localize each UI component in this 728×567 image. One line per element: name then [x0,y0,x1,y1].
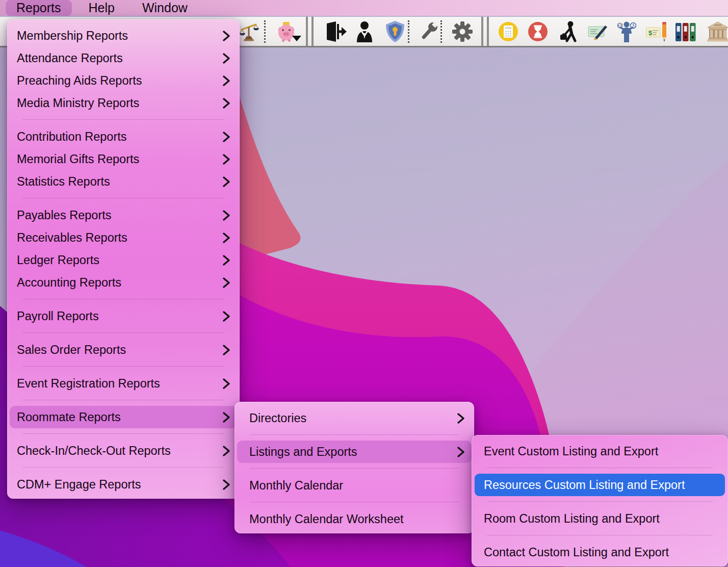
menu-item-event-custom-listing-and-export[interactable]: Event Custom Listing and Export [475,440,725,462]
menu-item-resources-custom-listing-and-export[interactable]: Resources Custom Listing and Export [475,474,725,496]
menu-item-event-registration-reports[interactable]: Event Registration Reports [10,372,237,395]
menu-separator [22,433,224,434]
toolbar-separator [440,20,442,43]
gear-icon[interactable] [452,21,473,42]
svg-text:$: $ [648,29,653,37]
menu-item-check-in-check-out-reports[interactable]: Check-In/Check-Out Reports [10,440,237,462]
chevron-right-icon [223,344,230,356]
payroll-icon[interactable]: $ [617,20,636,43]
menu-separator [250,468,459,469]
menu-item-cdm-engage-reports[interactable]: CDM+ Engage Reports [10,473,237,496]
menu-item-monthly-calendar[interactable]: Monthly Calendar [237,474,472,497]
security-shield-icon[interactable] [385,20,405,43]
check-pencil-icon[interactable]: $ [646,21,668,42]
menu-separator [22,366,224,367]
chevron-right-icon [457,413,465,424]
menu-item-membership-reports[interactable]: Membership Reports [10,24,237,47]
menu-item-accounting-reports[interactable]: Accounting Reports [10,271,237,294]
menu-item-receivables-reports[interactable]: Receivables Reports [10,226,237,249]
chevron-right-icon [223,176,230,188]
bank-icon[interactable] [707,21,728,42]
binders-icon[interactable] [675,21,696,42]
menu-separator [22,119,224,120]
menu-item-memorial-gifts-reports[interactable]: Memorial Gifts Reports [10,148,237,170]
chevron-right-icon [223,254,230,266]
menu-item-payroll-reports[interactable]: Payroll Reports [10,305,237,327]
menu-item-ledger-reports[interactable]: Ledger Reports [10,249,237,271]
menu-separator [487,468,713,468]
menu-separator [22,400,224,400]
chevron-right-icon [223,232,230,244]
menubar-item-reports[interactable]: Reports [6,0,72,16]
menu-item-contact-custom-listing-and-export[interactable]: Contact Custom Listing and Export [475,541,725,563]
menubar-item-help[interactable]: Help [78,0,125,16]
toolbar-divider [306,17,314,46]
menubar-item-window[interactable]: Window [132,0,198,16]
toolbar-separator [408,20,409,43]
toolbar-divider [481,17,489,46]
chevron-right-icon [223,131,230,143]
chevron-right-icon [223,445,230,457]
listings-and-exports-submenu: Event Custom Listing and Export Resource… [472,435,728,566]
menu-item-listings-and-exports[interactable]: Listings and Exports [237,441,472,463]
menu-item-monthly-calendar-worksheet[interactable]: Monthly Calendar Worksheet [237,508,472,530]
chevron-right-icon [223,311,230,322]
person-icon[interactable] [355,21,374,42]
menu-separator [22,467,224,468]
menu-item-media-ministry-reports[interactable]: Media Ministry Reports [10,92,237,114]
menu-separator [487,535,713,535]
exit-door-icon[interactable] [325,21,347,42]
chevron-right-icon [223,30,230,42]
menu-bar: Reports Help Window [0,0,728,16]
hourglass-icon[interactable] [528,21,548,42]
menu-separator [250,434,459,435]
scales-icon[interactable] [239,21,259,42]
chevron-right-icon [223,75,230,87]
calculator-icon[interactable] [498,21,518,42]
menu-item-attendance-reports[interactable]: Attendance Reports [10,47,237,69]
toolbar-separator [264,20,266,43]
menu-item-roommate-reports[interactable]: Roommate Reports [10,406,237,428]
menu-item-contribution-reports[interactable]: Contribution Reports [10,125,237,148]
chevron-right-icon [223,153,230,165]
chevron-right-icon [223,378,230,390]
menu-item-sales-order-reports[interactable]: Sales Order Reports [10,339,237,361]
menu-item-directories[interactable]: Directories [237,407,472,429]
menu-separator [22,332,224,333]
wrench-icon[interactable] [418,21,439,42]
menu-item-statistics-reports[interactable]: Statistics Reports [10,170,237,193]
reports-menu: Membership Reports Attendance Reports Pr… [7,19,240,499]
roommate-reports-submenu: Directories Listings and Exports Monthly… [235,402,474,533]
menu-separator [22,198,224,198]
chevron-right-icon [223,53,230,64]
chevron-right-icon [223,479,230,491]
piggy-bank-icon[interactable] [277,20,301,43]
traveler-icon[interactable] [558,21,579,42]
chevron-right-icon [223,277,230,289]
menu-item-preaching-aids-reports[interactable]: Preaching Aids Reports [10,69,237,92]
check-pen-icon[interactable] [587,22,609,41]
chevron-right-icon [223,97,230,109]
chevron-right-icon [457,446,465,458]
chevron-right-icon [223,210,230,221]
chevron-right-icon [223,411,230,423]
menu-separator [250,502,459,502]
menu-item-room-custom-listing-and-export[interactable]: Room Custom Listing and Export [475,507,725,530]
menu-separator [22,299,224,299]
menu-item-payables-reports[interactable]: Payables Reports [10,204,237,226]
menu-separator [487,501,713,502]
